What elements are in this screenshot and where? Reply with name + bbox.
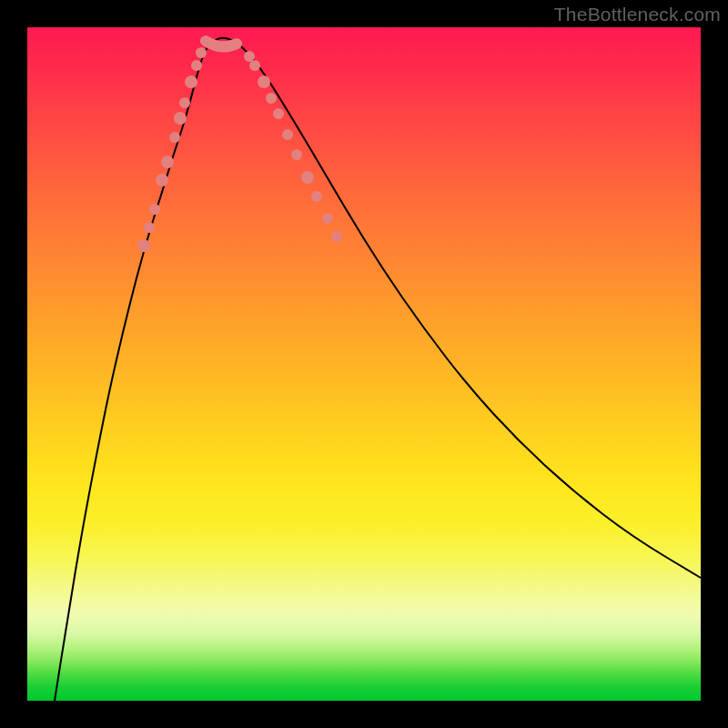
data-marker xyxy=(144,222,155,233)
data-marker xyxy=(291,149,302,160)
data-marker xyxy=(149,204,160,215)
data-marker xyxy=(258,76,270,88)
data-marker xyxy=(249,60,260,71)
data-marker xyxy=(174,112,187,125)
chart-svg xyxy=(27,27,701,701)
data-marker xyxy=(282,129,293,140)
data-marker xyxy=(137,239,150,252)
bottleneck-curve xyxy=(55,38,701,701)
plot-area xyxy=(27,27,701,701)
data-marker xyxy=(161,156,174,168)
data-marker xyxy=(273,108,284,119)
watermark-text: TheBottleneck.com xyxy=(554,4,721,25)
data-marker xyxy=(156,174,168,187)
curve-group xyxy=(55,38,701,701)
data-marker xyxy=(301,171,314,184)
data-marker xyxy=(169,132,180,143)
data-marker xyxy=(322,213,333,224)
data-marker xyxy=(191,60,202,71)
bottom-arc xyxy=(206,41,237,46)
data-marker xyxy=(196,47,207,58)
data-marker xyxy=(331,231,342,242)
data-marker xyxy=(266,93,277,104)
data-marker xyxy=(185,76,197,88)
data-marker xyxy=(179,97,190,108)
data-marker xyxy=(311,191,322,202)
chart-frame: TheBottleneck.com xyxy=(0,0,728,728)
data-marker xyxy=(244,51,255,62)
